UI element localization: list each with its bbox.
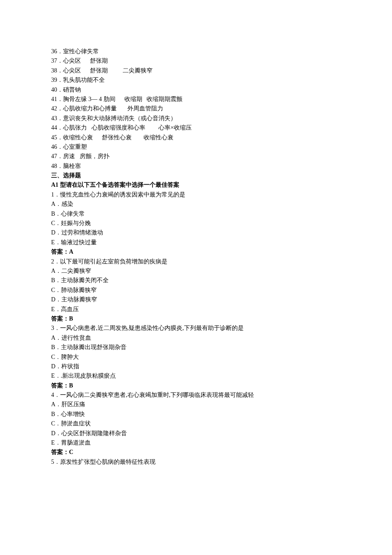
text-line: 41．胸骨左缘 3— 4 肋间 收缩期 收缩期期震颤 xyxy=(51,95,341,104)
text-line: C．肺动脉瓣狭窄 xyxy=(51,286,341,295)
text-line: E．输液过快过量 xyxy=(51,238,341,247)
text-line: 47．房速 房颤，房扑 xyxy=(51,152,341,161)
text-line: E．高血压 xyxy=(51,305,341,314)
text-line: 43．意识丧失和大动脉搏动消失（或心音消失） xyxy=(51,114,341,123)
text-line: 42．心肌收缩力和心搏量 外周血管阻力 xyxy=(51,104,341,113)
text-line: D．主动脉瓣狭窄 xyxy=(51,295,341,304)
text-line: 3．一风心病患者,近二周发热,疑患感染性心内膜炎,下列最有助于诊断的是 xyxy=(51,324,341,333)
text-line: A1 型请在以下五个备选答案中选择一个最佳答案 xyxy=(51,180,341,190)
text-line: C．脾肿大 xyxy=(51,353,341,362)
text-line: C．肺淤血症状 xyxy=(51,419,341,428)
text-line: 46．心室重塑 xyxy=(51,142,341,152)
text-line: B．主动脉瓣出现舒张期杂音 xyxy=(51,343,341,352)
text-line: B．心律失常 xyxy=(51,209,341,219)
text-line: B．心率增快 xyxy=(51,410,341,419)
text-line: 1．慢性充血性心力衰竭的诱发因素中最为常见的是 xyxy=(51,190,341,199)
text-line: A．二尖瓣狭窄 xyxy=(51,266,341,276)
text-line: 5．原发性扩张型心肌病的最特征性表现 xyxy=(51,457,341,467)
text-line: A．肝区压痛 xyxy=(51,400,341,409)
text-line: 三、选择题 xyxy=(51,171,341,180)
text-line: 答案：A xyxy=(51,247,341,257)
text-line: 答案：B xyxy=(51,381,341,390)
text-line: 44．心肌张力 心肌收缩强度和心率 心率×收缩压 xyxy=(51,123,341,133)
text-line: 48．脑栓塞 xyxy=(51,162,341,171)
text-line: 45．收缩性心衰 舒张性心衰 收缩性心衰 xyxy=(51,133,341,142)
text-line: 答案：B xyxy=(51,314,341,324)
text-line: A．进行性贫血 xyxy=(51,333,341,343)
document-content: 36．室性心律失常37．心尖区 舒张期38．心尖区 舒张期 二尖瓣狭窄39．乳头… xyxy=(51,47,341,467)
text-line: C．妊娠与分娩 xyxy=(51,219,341,228)
text-line: D．过劳和情绪激动 xyxy=(51,228,341,237)
text-line: 39．乳头肌功能不全 xyxy=(51,75,341,85)
text-line: 40．硝普钠 xyxy=(51,85,341,95)
text-line: D．心尖区舒张期隆隆样杂音 xyxy=(51,429,341,438)
text-line: E．胃肠道淤血 xyxy=(51,438,341,448)
text-line: D．杵状指 xyxy=(51,362,341,371)
text-line: 2．以下最可能引起左室前负荷增加的疾病是 xyxy=(51,257,341,266)
text-line: A．感染 xyxy=(51,199,341,209)
text-line: 37．心尖区 舒张期 xyxy=(51,56,341,66)
text-line: B．主动脉瓣关闭不全 xyxy=(51,276,341,285)
text-line: E．.新出现皮肤粘膜瘀点 xyxy=(51,371,341,381)
text-line: 38．心尖区 舒张期 二尖瓣狭窄 xyxy=(51,66,341,75)
text-line: 答案：C xyxy=(51,448,341,457)
text-line: 4．一风心病二尖瓣狭窄患者,右心衰竭加重时,下列哪项临床表现将最可能减轻 xyxy=(51,390,341,400)
text-line: 36．室性心律失常 xyxy=(51,47,341,56)
document-page: 36．室性心律失常37．心尖区 舒张期38．心尖区 舒张期 二尖瓣狭窄39．乳头… xyxy=(0,0,392,514)
